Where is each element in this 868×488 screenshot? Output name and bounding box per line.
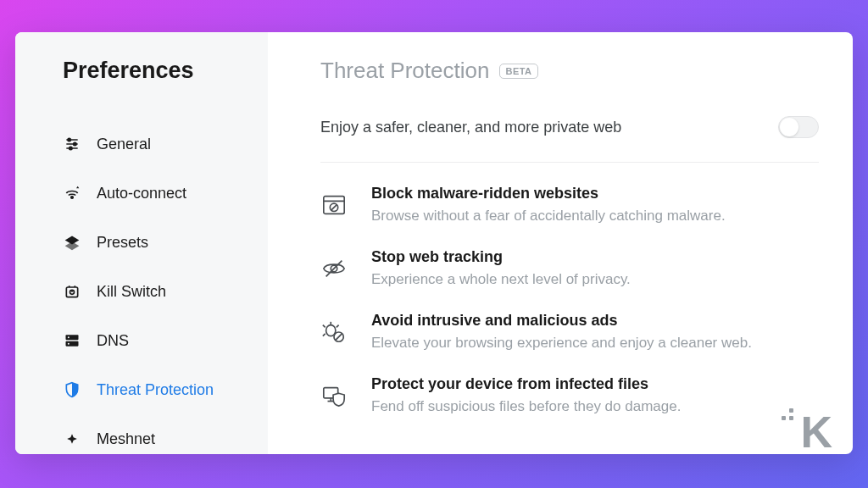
feature-title: Stop web tracking — [371, 248, 819, 266]
svg-marker-7 — [76, 186, 79, 189]
svg-point-15 — [68, 336, 70, 338]
svg-line-27 — [323, 334, 326, 336]
feature-title: Avoid intrusive and malicious ads — [371, 312, 819, 330]
sidebar-item-label: DNS — [97, 332, 129, 350]
feature-desc: Fend off suspicious files before they do… — [371, 398, 819, 415]
feature-block-malware: Block malware-ridden websites Browse wit… — [320, 185, 819, 225]
sidebar-item-general[interactable]: General — [63, 119, 248, 169]
sidebar-item-label: Meshnet — [97, 430, 155, 448]
svg-rect-13 — [66, 335, 79, 340]
page-title: Threat Protection — [320, 58, 489, 84]
bug-blocked-icon — [320, 319, 348, 346]
device-shield-icon — [320, 382, 348, 409]
svg-line-23 — [326, 261, 342, 277]
feature-desc: Elevate your browsing experience and enj… — [371, 335, 819, 352]
sidebar-item-meshnet[interactable]: Meshnet — [63, 414, 248, 454]
svg-point-16 — [68, 343, 70, 345]
layers-icon — [63, 233, 81, 252]
sidebar-title: Preferences — [63, 58, 248, 84]
sidebar-item-auto-connect[interactable]: Auto-connect — [63, 169, 248, 218]
sidebar-item-label: General — [97, 136, 151, 153]
svg-marker-9 — [65, 241, 80, 250]
sidebar-item-presets[interactable]: Presets — [63, 218, 248, 267]
svg-point-5 — [70, 147, 72, 149]
subtitle-text: Enjoy a safer, cleaner, and more private… — [320, 119, 621, 136]
sliders-icon — [63, 135, 81, 153]
wifi-auto-icon — [63, 184, 81, 202]
svg-point-6 — [71, 197, 74, 199]
feature-title: Protect your device from infected files — [371, 375, 819, 393]
sidebar-item-label: Threat Protection — [97, 381, 214, 399]
meshnet-icon — [63, 430, 81, 448]
feature-title: Block malware-ridden websites — [371, 185, 819, 202]
main-header: Threat Protection BETA — [320, 58, 819, 84]
browser-blocked-icon — [320, 191, 348, 219]
main-panel: Threat Protection BETA Enjoy a safer, cl… — [268, 32, 853, 454]
sidebar-item-kill-switch[interactable]: Kill Switch — [63, 267, 248, 316]
feature-protect-files: Protect your device from infected files … — [320, 375, 819, 415]
sidebar-item-label: Auto-connect — [97, 185, 186, 202]
svg-point-3 — [68, 138, 70, 141]
sidebar: Preferences General Auto-connect Presets — [15, 32, 268, 454]
kill-switch-icon — [63, 282, 81, 301]
sidebar-item-label: Presets — [97, 234, 148, 252]
svg-marker-17 — [67, 434, 77, 444]
subtitle-row: Enjoy a safer, cleaner, and more private… — [320, 116, 819, 163]
sidebar-item-threat-protection[interactable]: Threat Protection — [63, 365, 248, 414]
threat-protection-toggle[interactable] — [778, 116, 819, 138]
eye-off-icon — [320, 255, 348, 282]
svg-line-26 — [337, 325, 339, 328]
svg-line-30 — [336, 334, 342, 341]
gradient-background: Preferences General Auto-connect Presets — [0, 0, 868, 488]
svg-point-4 — [74, 142, 76, 145]
svg-rect-14 — [66, 341, 79, 347]
svg-line-25 — [323, 325, 326, 328]
feature-stop-tracking: Stop web tracking Experience a whole nex… — [320, 248, 819, 288]
feature-desc: Experience a whole next level of privacy… — [371, 271, 819, 288]
server-icon — [63, 331, 81, 350]
sidebar-item-dns[interactable]: DNS — [63, 316, 248, 365]
toggle-knob — [780, 118, 798, 136]
preferences-window: Preferences General Auto-connect Presets — [15, 32, 853, 454]
feature-desc: Browse without a fear of accidentally ca… — [371, 208, 819, 225]
sidebar-item-label: Kill Switch — [97, 283, 166, 301]
svg-line-21 — [331, 205, 337, 211]
feature-block-ads: Avoid intrusive and malicious ads Elevat… — [320, 312, 819, 352]
beta-badge: BETA — [499, 64, 537, 79]
shield-icon — [63, 380, 81, 399]
